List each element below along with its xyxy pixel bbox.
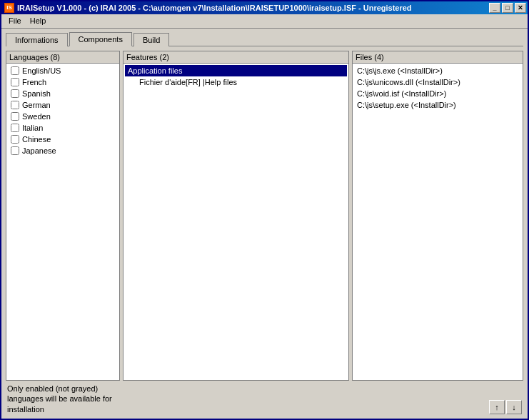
list-item[interactable]: Sweden: [8, 111, 118, 122]
lang-checkbox-german[interactable]: [11, 101, 19, 109]
move-down-button[interactable]: ↓: [506, 400, 522, 414]
list-item[interactable]: French: [8, 76, 118, 88]
main-content: Languages (8) English/US French Spanish: [1, 46, 528, 419]
features-panel: Features (2) Application files Fichier d…: [123, 51, 349, 381]
maximize-button[interactable]: □: [502, 3, 513, 13]
lang-checkbox-chinese[interactable]: [11, 135, 19, 144]
lang-checkbox-sweden[interactable]: [11, 112, 19, 121]
tab-bar: Informations Components Build: [1, 29, 528, 46]
panels-row: Languages (8) English/US French Spanish: [6, 51, 523, 381]
features-panel-body: Application files Fichier d'aide[FR] |He…: [124, 64, 348, 380]
lang-checkbox-japanese[interactable]: [11, 146, 19, 155]
lang-label-chinese: Chinese: [22, 135, 51, 144]
tab-components[interactable]: Components: [69, 32, 132, 46]
lang-checkbox-french[interactable]: [11, 78, 19, 86]
lang-label-english: English/US: [22, 66, 61, 75]
files-panel-header: Files (4): [353, 51, 523, 64]
list-item[interactable]: Spanish: [8, 88, 118, 99]
title-bar: IS IRAISetup V1.000 - (c) IRAI 2005 - C:…: [1, 1, 528, 14]
list-item[interactable]: Italian: [8, 122, 118, 134]
feature-item-help-files[interactable]: Fichier d'aide[FR] |Help files: [125, 76, 347, 88]
list-item[interactable]: Japanese: [8, 145, 118, 156]
file-item-2: C:\js\unicows.dll (<InstallDir>): [354, 76, 521, 88]
tab-informations[interactable]: Informations: [6, 33, 68, 46]
lang-checkbox-italian[interactable]: [11, 124, 19, 132]
tab-build[interactable]: Build: [133, 33, 169, 46]
lang-label-italian: Italian: [22, 124, 43, 132]
list-item[interactable]: German: [8, 99, 118, 111]
bottom-note: Only enabled (not grayed) languages will…: [7, 384, 118, 414]
languages-panel: Languages (8) English/US French Spanish: [6, 51, 120, 381]
languages-panel-header: Languages (8): [6, 51, 119, 64]
features-panel-header: Features (2): [124, 51, 348, 64]
title-bar-buttons: _ □ ✕: [489, 3, 526, 13]
list-item[interactable]: English/US: [8, 65, 118, 76]
menu-bar: File Help: [1, 14, 528, 29]
list-item[interactable]: Chinese: [8, 134, 118, 145]
menu-file[interactable]: File: [4, 15, 26, 26]
lang-label-german: German: [22, 101, 51, 109]
files-panel: Files (4) C:\js\js.exe (<InstallDir>) C:…: [352, 51, 523, 381]
file-item-1: C:\js\js.exe (<InstallDir>): [354, 65, 521, 76]
feature-item-application-files[interactable]: Application files: [125, 65, 347, 76]
app-icon: IS: [4, 3, 14, 13]
lang-label-japanese: Japanese: [22, 146, 56, 155]
main-window: IS IRAISetup V1.000 - (c) IRAI 2005 - C:…: [0, 0, 529, 420]
languages-panel-body: English/US French Spanish German: [6, 64, 119, 380]
lang-checkbox-english[interactable]: [11, 66, 19, 75]
minimize-button[interactable]: _: [489, 3, 500, 13]
lang-label-sweden: Sweden: [22, 112, 51, 121]
move-up-button[interactable]: ↑: [489, 400, 505, 414]
title-bar-left: IS IRAISetup V1.000 - (c) IRAI 2005 - C:…: [4, 3, 412, 13]
lang-label-spanish: Spanish: [22, 89, 51, 98]
window-title: IRAISetup V1.000 - (c) IRAI 2005 - C:\au…: [17, 4, 412, 12]
file-item-4: C:\js\setup.exe (<InstallDir>): [354, 99, 521, 111]
bottom-area: Only enabled (not grayed) languages will…: [6, 384, 523, 414]
file-item-3: C:\js\void.isf (<InstallDir>): [354, 88, 521, 99]
menu-help[interactable]: Help: [26, 15, 51, 26]
files-panel-body: C:\js\js.exe (<InstallDir>) C:\js\unicow…: [353, 64, 523, 380]
bottom-buttons: ↑ ↓: [489, 400, 522, 414]
close-button[interactable]: ✕: [515, 3, 526, 13]
lang-checkbox-spanish[interactable]: [11, 89, 19, 98]
lang-label-french: French: [22, 78, 46, 86]
